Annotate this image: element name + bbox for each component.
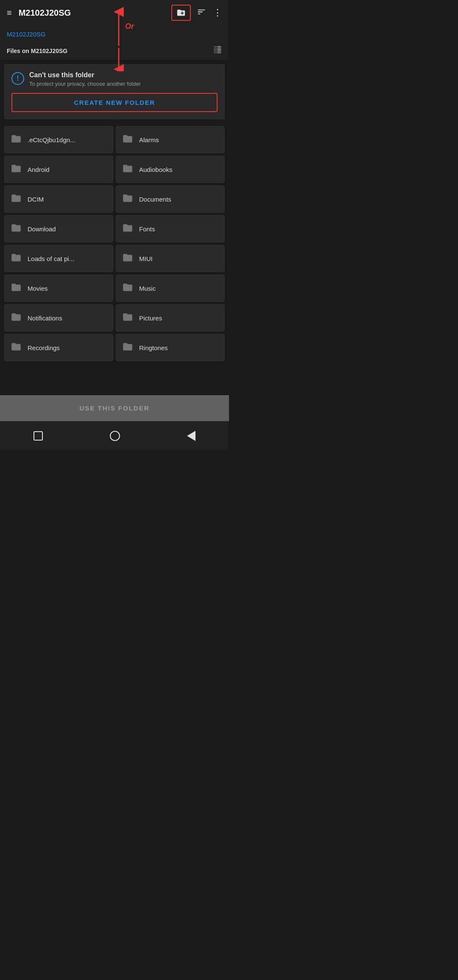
folder-name: .eCtcQjbu1dgn... <box>28 136 75 143</box>
warning-card: ! Can't use this folder To protect your … <box>4 64 225 119</box>
use-this-folder-button[interactable]: USE THIS FOLDER <box>0 395 229 421</box>
recent-apps-button[interactable] <box>30 428 46 444</box>
warning-subtitle: To protect your privacy, choose another … <box>29 81 141 87</box>
breadcrumb-path[interactable]: M2102J20SG <box>7 31 46 38</box>
back-icon <box>187 431 195 441</box>
back-button[interactable] <box>184 427 199 444</box>
warning-texts: Can't use this folder To protect your pr… <box>29 71 141 87</box>
folder-item[interactable]: Music <box>116 275 225 302</box>
folder-icon <box>11 133 22 146</box>
folder-name: Loads of cat pi... <box>28 255 74 262</box>
folder-icon <box>122 312 133 324</box>
home-icon <box>110 431 120 441</box>
folder-icon <box>122 133 133 146</box>
folder-name: Alarms <box>139 136 159 143</box>
folder-item[interactable]: Notifications <box>4 304 113 331</box>
folder-name: Pictures <box>139 314 162 322</box>
sort-icon[interactable] <box>197 7 206 19</box>
warning-icon: ! <box>11 72 24 85</box>
create-new-folder-button[interactable]: CREATE NEW FOLDER <box>11 93 218 112</box>
folder-icon <box>122 341 133 354</box>
folder-icon <box>11 163 22 176</box>
folder-name: Fonts <box>139 225 155 233</box>
home-button[interactable] <box>106 427 123 444</box>
red-arrow-svg: Or <box>93 3 178 71</box>
folder-item[interactable]: Android <box>4 156 113 183</box>
folder-grid: .eCtcQjbu1dgn... Alarms Android Audiob <box>0 124 229 393</box>
folder-name: Notifications <box>28 314 62 322</box>
recent-apps-icon <box>34 431 43 441</box>
warning-top: ! Can't use this folder To protect your … <box>11 71 218 87</box>
folder-name: Download <box>28 225 56 233</box>
folder-icon <box>11 312 22 324</box>
folder-name: Ringtones <box>139 344 168 351</box>
svg-text:Or: Or <box>125 22 134 31</box>
menu-icon[interactable]: ≡ <box>7 8 12 18</box>
folder-name: DCIM <box>28 196 44 203</box>
folder-icon <box>122 282 133 295</box>
section-title: Files on M2102J20SG <box>7 48 67 54</box>
folder-item[interactable]: MIUI <box>116 245 225 272</box>
folder-name: Audiobooks <box>139 166 172 173</box>
folder-icon <box>122 222 133 235</box>
folder-icon <box>11 341 22 354</box>
warning-title: Can't use this folder <box>29 71 141 79</box>
folder-name: Recordings <box>28 344 60 351</box>
folder-item[interactable]: Ringtones <box>116 334 225 361</box>
folder-item[interactable]: Alarms <box>116 126 225 153</box>
folder-icon <box>122 163 133 176</box>
folder-icon <box>11 282 22 295</box>
folder-item[interactable]: Fonts <box>116 215 225 242</box>
folder-icon <box>11 252 22 265</box>
folder-icon <box>11 193 22 205</box>
folder-icon <box>122 252 133 265</box>
folder-name: Documents <box>139 196 171 203</box>
folder-icon <box>11 222 22 235</box>
folder-item[interactable]: Loads of cat pi... <box>4 245 113 272</box>
folder-item[interactable]: Download <box>4 215 113 242</box>
exclamation-icon: ! <box>17 75 19 82</box>
folder-item[interactable]: Recordings <box>4 334 113 361</box>
folder-item[interactable]: Movies <box>4 275 113 302</box>
more-options-icon[interactable]: ⋮ <box>213 7 222 18</box>
grid-view-icon[interactable] <box>213 45 222 56</box>
folder-item[interactable]: Documents <box>116 185 225 213</box>
folder-item[interactable]: Audiobooks <box>116 156 225 183</box>
folder-item[interactable]: Pictures <box>116 304 225 331</box>
folder-name: Android <box>28 166 50 173</box>
folder-item[interactable]: DCIM <box>4 185 113 213</box>
nav-bar <box>0 421 229 450</box>
folder-name: Music <box>139 285 156 292</box>
folder-name: Movies <box>28 285 48 292</box>
folder-name: MIUI <box>139 255 153 262</box>
folder-icon <box>122 193 133 205</box>
folder-item[interactable]: .eCtcQjbu1dgn... <box>4 126 113 153</box>
